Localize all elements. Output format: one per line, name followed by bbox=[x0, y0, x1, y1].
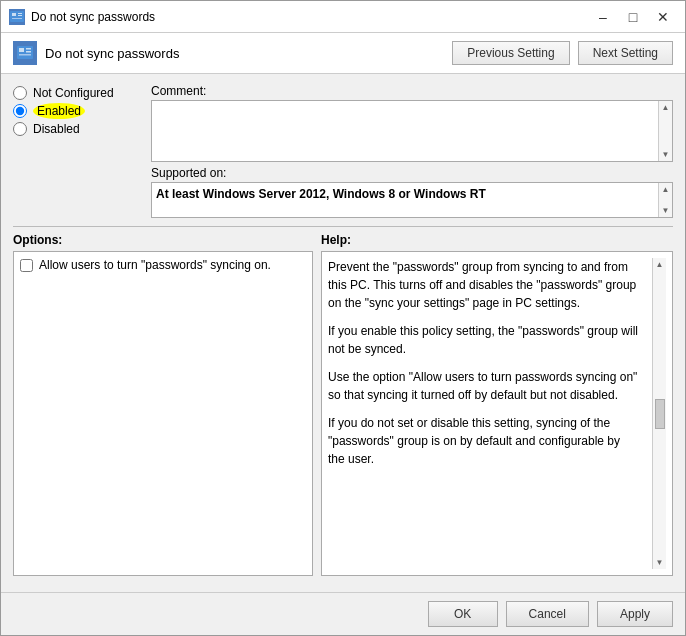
supported-wrapper: Supported on: At least Windows Server 20… bbox=[151, 166, 673, 218]
comment-scroll-down: ▼ bbox=[662, 150, 670, 159]
title-bar-text: Do not sync passwords bbox=[31, 10, 589, 24]
svg-rect-1 bbox=[12, 13, 16, 16]
not-configured-label[interactable]: Not Configured bbox=[33, 86, 114, 100]
ok-button[interactable]: OK bbox=[428, 601, 498, 627]
help-scroll-down-icon: ▼ bbox=[656, 558, 664, 567]
main-content: Not Configured Enabled Disabled Comment bbox=[1, 74, 685, 592]
radio-column: Not Configured Enabled Disabled bbox=[13, 84, 143, 218]
comment-textarea[interactable] bbox=[152, 101, 658, 161]
supported-scrollbar: ▲ ▼ bbox=[658, 183, 672, 217]
supported-text: At least Windows Server 2012, Windows 8 … bbox=[152, 183, 658, 217]
help-scroll-thumb[interactable] bbox=[655, 399, 665, 429]
help-text-area: Prevent the "passwords" group from synci… bbox=[328, 258, 652, 569]
disabled-label[interactable]: Disabled bbox=[33, 122, 80, 136]
help-paragraph-1: Prevent the "passwords" group from synci… bbox=[328, 258, 640, 312]
disabled-radio[interactable] bbox=[13, 122, 27, 136]
svg-rect-0 bbox=[10, 11, 24, 22]
bottom-bar: OK Cancel Apply bbox=[1, 592, 685, 635]
supported-scroll-up: ▲ bbox=[662, 185, 670, 194]
not-configured-row: Not Configured bbox=[13, 84, 143, 102]
comment-scrollbar: ▲ ▼ bbox=[658, 101, 672, 161]
title-bar: Do not sync passwords – □ ✕ bbox=[1, 1, 685, 33]
enabled-label[interactable]: Enabled bbox=[33, 104, 85, 118]
allow-users-label[interactable]: Allow users to turn "passwords" syncing … bbox=[39, 258, 271, 272]
main-window: Do not sync passwords – □ ✕ Do not sync … bbox=[0, 0, 686, 636]
apply-button[interactable]: Apply bbox=[597, 601, 673, 627]
header-bar: Do not sync passwords Previous Setting N… bbox=[1, 33, 685, 74]
enabled-row: Enabled bbox=[13, 102, 143, 120]
title-bar-controls: – □ ✕ bbox=[589, 6, 677, 28]
svg-rect-9 bbox=[19, 54, 31, 56]
comment-wrapper: Comment: ▲ ▼ bbox=[151, 84, 673, 162]
svg-rect-4 bbox=[12, 18, 22, 19]
divider bbox=[13, 226, 673, 227]
svg-rect-3 bbox=[18, 15, 22, 16]
previous-setting-button[interactable]: Previous Setting bbox=[452, 41, 569, 65]
options-panel: Allow users to turn "passwords" syncing … bbox=[13, 251, 313, 576]
comment-scroll-up: ▲ bbox=[662, 103, 670, 112]
help-paragraph-2: If you enable this policy setting, the "… bbox=[328, 322, 640, 358]
enabled-radio[interactable] bbox=[13, 104, 27, 118]
supported-label: Supported on: bbox=[151, 166, 673, 180]
comment-label: Comment: bbox=[151, 84, 673, 98]
svg-rect-6 bbox=[19, 48, 24, 52]
enabled-highlight: Enabled bbox=[33, 103, 85, 119]
minimize-button[interactable]: – bbox=[589, 6, 617, 28]
header-title: Do not sync passwords bbox=[45, 46, 179, 61]
not-configured-radio[interactable] bbox=[13, 86, 27, 100]
help-scrollbar: ▲ ▼ bbox=[652, 258, 666, 569]
header-left: Do not sync passwords bbox=[13, 41, 179, 65]
help-panel: Prevent the "passwords" group from synci… bbox=[321, 251, 673, 576]
svg-rect-7 bbox=[26, 48, 31, 50]
top-row: Not Configured Enabled Disabled Comment bbox=[13, 84, 673, 218]
options-checkbox-row: Allow users to turn "passwords" syncing … bbox=[20, 258, 306, 272]
options-section-label: Options: bbox=[13, 233, 313, 247]
close-button[interactable]: ✕ bbox=[649, 6, 677, 28]
svg-rect-2 bbox=[18, 13, 22, 14]
supported-value: At least Windows Server 2012, Windows 8 … bbox=[156, 187, 486, 201]
help-section-label: Help: bbox=[321, 233, 673, 247]
header-buttons: Previous Setting Next Setting bbox=[452, 41, 673, 65]
comment-container: ▲ ▼ bbox=[151, 100, 673, 162]
right-column: Comment: ▲ ▼ Supported on: At least bbox=[151, 84, 673, 218]
panels-labels: Options: Help: bbox=[13, 233, 673, 247]
disabled-row: Disabled bbox=[13, 120, 143, 138]
header-icon bbox=[13, 41, 37, 65]
next-setting-button[interactable]: Next Setting bbox=[578, 41, 673, 65]
supported-container: At least Windows Server 2012, Windows 8 … bbox=[151, 182, 673, 218]
supported-scroll-down: ▼ bbox=[662, 206, 670, 215]
help-paragraph-3: Use the option "Allow users to turn pass… bbox=[328, 368, 640, 404]
maximize-button[interactable]: □ bbox=[619, 6, 647, 28]
window-icon bbox=[9, 9, 25, 25]
svg-rect-8 bbox=[26, 51, 31, 53]
help-scroll-up-icon: ▲ bbox=[656, 260, 664, 269]
allow-users-checkbox[interactable] bbox=[20, 259, 33, 272]
cancel-button[interactable]: Cancel bbox=[506, 601, 589, 627]
help-paragraph-4: If you do not set or disable this settin… bbox=[328, 414, 640, 468]
panels-row: Allow users to turn "passwords" syncing … bbox=[13, 251, 673, 576]
